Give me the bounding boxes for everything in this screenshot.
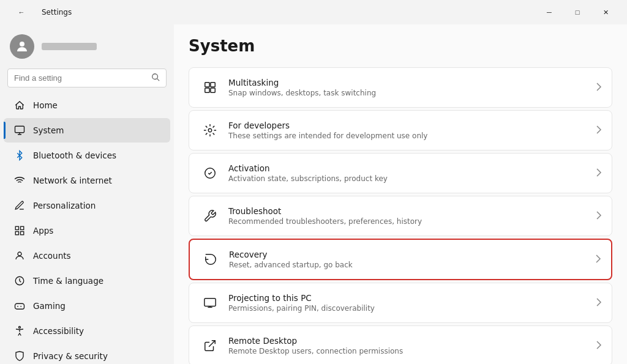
projecting-icon: [199, 292, 221, 314]
settings-item-activation[interactable]: ActivationActivation state, subscription…: [189, 153, 612, 193]
recovery-text: RecoveryReset, advanced startup, go back: [229, 250, 590, 269]
svg-point-11: [19, 327, 21, 329]
svg-rect-10: [15, 303, 24, 309]
sidebar-item-label-accounts: Accounts: [33, 251, 71, 261]
sidebar-item-label-gaming: Gaming: [33, 301, 66, 311]
developers-text: For developersThese settings are intende…: [228, 121, 591, 140]
troubleshoot-title: Troubleshoot: [228, 206, 591, 216]
sidebar-item-home[interactable]: Home: [4, 93, 170, 117]
settings-item-projecting[interactable]: Projecting to this PCPermissions, pairin…: [189, 283, 612, 323]
titlebar-title: Settings: [42, 8, 72, 17]
sidebar-item-personalization[interactable]: Personalization: [4, 193, 170, 218]
developers-title: For developers: [228, 121, 591, 130]
multitasking-icon: [199, 76, 221, 98]
titlebar-left: ← Settings: [7, 2, 72, 22]
svg-point-16: [208, 128, 212, 132]
sidebar-item-gaming[interactable]: Gaming: [4, 294, 170, 318]
avatar: [10, 34, 34, 59]
titlebar: ← Settings ─ □ ✕: [0, 0, 627, 24]
minimize-button[interactable]: ─: [535, 2, 563, 22]
sidebar-item-accessibility[interactable]: Accessibility: [4, 319, 170, 343]
projecting-title: Projecting to this PC: [228, 293, 591, 303]
sidebar-item-bluetooth[interactable]: Bluetooth & devices: [4, 143, 170, 168]
back-button[interactable]: ←: [7, 2, 36, 22]
time-nav-icon: [13, 275, 26, 287]
search-input[interactable]: [14, 73, 146, 83]
maximize-button[interactable]: □: [563, 2, 591, 22]
svg-rect-6: [15, 232, 18, 235]
multitasking-desc: Snap windows, desktops, task switching: [228, 89, 591, 97]
user-name: [42, 43, 97, 50]
troubleshoot-text: TroubleshootRecommended troubleshooters,…: [228, 206, 591, 226]
search-box[interactable]: [7, 69, 167, 87]
sidebar: HomeSystemBluetooth & devicesNetwork & i…: [0, 24, 174, 364]
multitasking-title: Multitasking: [228, 78, 591, 87]
sidebar-item-accounts[interactable]: Accounts: [4, 243, 170, 268]
page-title: System: [189, 37, 612, 55]
settings-item-recovery[interactable]: RecoveryReset, advanced startup, go back: [189, 239, 612, 280]
remote-icon: [199, 335, 221, 357]
svg-rect-5: [21, 226, 24, 229]
sidebar-item-label-privacy: Privacy & security: [33, 351, 108, 361]
close-button[interactable]: ✕: [591, 2, 620, 22]
sidebar-item-label-apps: Apps: [33, 226, 53, 236]
troubleshoot-desc: Recommended troubleshooters, preferences…: [228, 217, 591, 226]
privacy-nav-icon: [13, 350, 26, 362]
developers-chevron: [596, 125, 602, 136]
sidebar-item-system[interactable]: System: [4, 118, 170, 143]
accounts-nav-icon: [13, 250, 26, 262]
svg-point-1: [152, 74, 158, 80]
network-nav-icon: [13, 174, 26, 187]
activation-title: Activation: [228, 163, 591, 173]
sidebar-item-label-home: Home: [33, 100, 58, 110]
apps-nav-icon: [13, 225, 26, 237]
sidebar-item-label-accessibility: Accessibility: [33, 326, 84, 336]
developers-desc: These settings are intended for developm…: [228, 132, 591, 140]
svg-rect-15: [211, 88, 215, 92]
activation-text: ActivationActivation state, subscription…: [228, 163, 591, 183]
svg-rect-18: [205, 299, 216, 306]
multitasking-chevron: [596, 82, 602, 94]
sidebar-item-label-system: System: [33, 125, 64, 135]
svg-point-8: [18, 252, 21, 256]
troubleshoot-icon: [199, 205, 221, 227]
sidebar-user: [0, 24, 174, 66]
settings-item-remote[interactable]: Remote DesktopRemote Desktop users, conn…: [189, 325, 612, 364]
remote-desc: Remote Desktop users, connection permiss…: [228, 347, 591, 355]
sidebar-item-apps[interactable]: Apps: [4, 218, 170, 243]
developers-icon: [199, 119, 221, 141]
settings-item-troubleshoot[interactable]: TroubleshootRecommended troubleshooters,…: [189, 196, 612, 236]
activation-desc: Activation state, subscriptions, product…: [228, 174, 591, 183]
accessibility-nav-icon: [13, 325, 26, 337]
activation-chevron: [596, 168, 602, 179]
svg-rect-14: [205, 88, 209, 92]
sidebar-item-privacy[interactable]: Privacy & security: [4, 344, 170, 364]
settings-item-multitasking[interactable]: MultitaskingSnap windows, desktops, task…: [189, 67, 612, 108]
settings-item-developers[interactable]: For developersThese settings are intende…: [189, 110, 612, 150]
recovery-title: Recovery: [229, 250, 590, 259]
svg-rect-13: [211, 83, 215, 87]
nav-items-container: HomeSystemBluetooth & devicesNetwork & i…: [0, 92, 174, 364]
projecting-desc: Permissions, pairing PIN, discoverabilit…: [228, 304, 591, 313]
settings-list: MultitaskingSnap windows, desktops, task…: [189, 67, 612, 364]
multitasking-text: MultitaskingSnap windows, desktops, task…: [228, 78, 591, 97]
gaming-nav-icon: [13, 300, 26, 312]
svg-rect-12: [205, 83, 209, 87]
bluetooth-nav-icon: [13, 149, 26, 162]
content-area: System MultitaskingSnap windows, desktop…: [174, 24, 627, 364]
home-nav-icon: [13, 99, 26, 111]
recovery-chevron: [595, 254, 601, 266]
svg-rect-7: [21, 232, 24, 235]
troubleshoot-chevron: [596, 210, 602, 222]
sidebar-item-label-personalization: Personalization: [33, 201, 96, 210]
sidebar-item-network[interactable]: Network & internet: [4, 168, 170, 193]
sidebar-item-time[interactable]: Time & language: [4, 269, 170, 293]
remote-text: Remote DesktopRemote Desktop users, conn…: [228, 336, 591, 355]
sidebar-item-label-time: Time & language: [33, 276, 103, 286]
sidebar-item-label-network: Network & internet: [33, 176, 112, 185]
system-nav-icon: [13, 124, 26, 136]
remote-title: Remote Desktop: [228, 336, 591, 346]
activation-icon: [199, 162, 221, 184]
svg-line-2: [157, 79, 160, 81]
svg-line-19: [209, 341, 215, 347]
